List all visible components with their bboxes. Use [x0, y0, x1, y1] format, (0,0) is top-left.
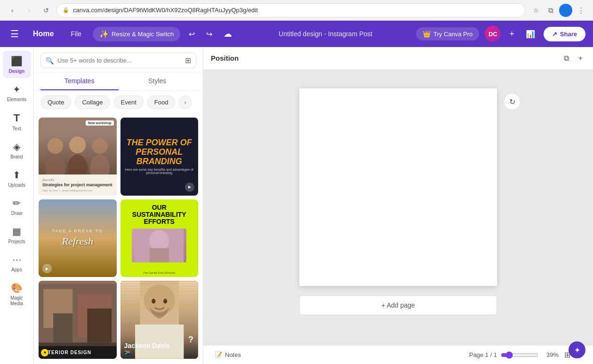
svg-point-4: [90, 154, 110, 174]
jackson-name: Jackson Davis: [124, 342, 195, 349]
sidebar-label-elements: Elements: [7, 97, 27, 103]
undo-button[interactable]: ↩: [186, 27, 198, 41]
sidebar-item-draw[interactable]: ✏ Draw: [3, 193, 31, 220]
search-input[interactable]: [57, 57, 181, 64]
add-page-button[interactable]: + Add page: [299, 295, 497, 315]
play-button-branding[interactable]: ▶: [185, 182, 194, 192]
cloud-save-button[interactable]: ☁: [221, 26, 235, 42]
chip-event[interactable]: Event: [114, 95, 144, 109]
template-card-refresh[interactable]: Take a break to Refresh ▶: [39, 199, 117, 277]
chip-quote[interactable]: Quote: [40, 95, 71, 109]
canvas-area: Position ⧉ + ↻ + Add page 📝 Notes: [203, 47, 593, 364]
resize-magic-switch-button[interactable]: ✨ Resize & Magic Switch: [93, 27, 180, 41]
share-button[interactable]: ↗ Share: [544, 27, 585, 41]
home-button[interactable]: Home: [27, 27, 59, 41]
brand-name-strategies: Barcolle: [42, 178, 113, 182]
chip-collage[interactable]: Collage: [75, 95, 110, 109]
filter-button[interactable]: ⊞: [185, 56, 191, 65]
analytics-button[interactable]: 📊: [523, 27, 538, 41]
canvas-page[interactable]: [299, 88, 497, 286]
notes-label: Notes: [225, 351, 241, 358]
browser-address-bar: 🔒 canva.com/design/DAF9tWldKW0/hX92zoQ8R…: [56, 3, 525, 17]
play-button-refresh[interactable]: ▶: [42, 264, 52, 273]
workshop-badge: New workshop: [86, 120, 113, 126]
add-element-button[interactable]: +: [576, 51, 585, 65]
canva-pro-button[interactable]: 👑 Try Canva Pro: [416, 27, 479, 40]
templates-grid: New workshop: [34, 114, 203, 364]
sidebar-item-projects[interactable]: ▦ Projects: [3, 221, 31, 248]
draw-icon: ✏: [13, 198, 21, 209]
projects-icon: ▦: [12, 226, 21, 237]
template-title-strategies: Strategies for project management: [42, 182, 113, 188]
browser-back-btn[interactable]: ‹: [6, 4, 19, 17]
chip-food[interactable]: Food: [147, 95, 176, 109]
svg-point-3: [69, 137, 86, 153]
tab-styles[interactable]: Styles: [119, 72, 197, 90]
crown-icon: 👑: [423, 30, 431, 38]
interior-image: [39, 281, 117, 346]
sidebar-item-uploads[interactable]: ⬆ Uploads: [3, 165, 31, 192]
canvas-panel-title: Position: [211, 54, 239, 62]
apps-icon: ⋯: [12, 254, 22, 265]
template-card-interior[interactable]: Interior Design ★: [39, 281, 117, 359]
help-button[interactable]: ✦: [569, 341, 585, 358]
page-info: Page 1 / 1: [469, 351, 497, 358]
menu-button[interactable]: ☰: [8, 25, 22, 42]
magic-media-icon: 🎨: [11, 282, 23, 293]
notes-button[interactable]: 📝 Notes: [211, 349, 245, 360]
sidebar-item-apps[interactable]: ⋯ Apps: [3, 249, 31, 277]
template-title-branding: THE POWER OFPERSONALBRANDING: [127, 138, 192, 166]
browser-star-btn[interactable]: ☆: [529, 4, 542, 17]
canvas-page-wrap: ↻ + Add page: [299, 88, 497, 315]
canvas-toolbar: Position ⧉ +: [203, 47, 593, 70]
svg-rect-12: [53, 313, 72, 342]
browser-forward-btn[interactable]: ›: [23, 4, 36, 17]
jackson-question-mark: ?: [188, 335, 193, 345]
template-card-strategies[interactable]: New workshop: [39, 118, 117, 196]
svg-point-1: [48, 138, 63, 154]
template-card-branding[interactable]: THE POWER OFPERSONALBRANDING Here are so…: [120, 118, 199, 196]
filter-chips: Quote Collage Event Food ›: [34, 91, 203, 114]
sidebar-label-brand: Brand: [10, 154, 23, 160]
brand-icon: ◈: [13, 141, 20, 152]
browser-window-btn[interactable]: ⧉: [544, 4, 557, 17]
canvas-refresh-button[interactable]: ↻: [504, 93, 521, 110]
sidebar-item-brand[interactable]: ◈ Brand: [3, 136, 31, 164]
svg-rect-13: [87, 309, 112, 342]
zoom-slider[interactable]: [501, 351, 538, 359]
browser-reload-btn[interactable]: ↺: [40, 4, 53, 17]
sidebar-item-magic-media[interactable]: 🎨 Magic Media: [3, 277, 31, 310]
file-button[interactable]: File: [65, 27, 87, 40]
zoom-percentage: 39%: [542, 351, 559, 358]
sidebar-label-apps: Apps: [11, 267, 22, 273]
template-card-sustainability[interactable]: Our Sustainability Efforts The Gentle Ki…: [120, 199, 199, 277]
left-sidebar: ⬛ Design ✦ Elements T Text ◈ Brand ⬆ Upl…: [0, 47, 34, 364]
elements-icon: ✦: [13, 84, 21, 95]
sidebar-item-elements[interactable]: ✦ Elements: [3, 79, 31, 106]
refresh-pre-text: Take a break to: [52, 229, 103, 233]
tab-templates[interactable]: Templates: [40, 72, 119, 90]
browser-url: canva.com/design/DAF9tWldKW0/hX92zoQ8Rag…: [73, 7, 258, 14]
template-image-strategies: New workshop: [39, 118, 117, 174]
canvas-page-container: ↻: [299, 88, 497, 286]
duplicate-button[interactable]: ⧉: [561, 51, 572, 65]
search-icon: 🔍: [46, 57, 54, 64]
add-collaborator-button[interactable]: +: [506, 27, 517, 41]
sustainability-image: [132, 229, 186, 263]
interior-badge: ★: [41, 349, 48, 356]
template-signup-strategies: Sign up now — www.reallygoodsite.com: [42, 189, 113, 192]
browser-profile-btn[interactable]: 👤: [559, 4, 572, 17]
sidebar-item-text[interactable]: T Text: [3, 107, 31, 135]
canvas-scroll-area[interactable]: ↻ + Add page: [203, 70, 593, 345]
top-toolbar: ☰ Home File ✨ Resize & Magic Switch ↩ ↪ …: [0, 21, 593, 47]
chip-more-button[interactable]: ›: [179, 95, 191, 109]
search-wrap: 🔍 ⊞: [40, 53, 196, 68]
sidebar-label-uploads: Uploads: [8, 182, 25, 188]
sidebar-item-design[interactable]: ⬛ Design: [3, 51, 31, 78]
browser-menu-btn[interactable]: ⋮: [574, 4, 587, 17]
template-card-jackson[interactable]: ? Jackson Davis 🇿🇦: [120, 281, 199, 359]
user-avatar[interactable]: DC: [485, 26, 501, 42]
design-icon: ⬛: [11, 55, 23, 67]
panel-tabs: Templates Styles: [34, 72, 203, 91]
redo-button[interactable]: ↪: [203, 27, 215, 41]
